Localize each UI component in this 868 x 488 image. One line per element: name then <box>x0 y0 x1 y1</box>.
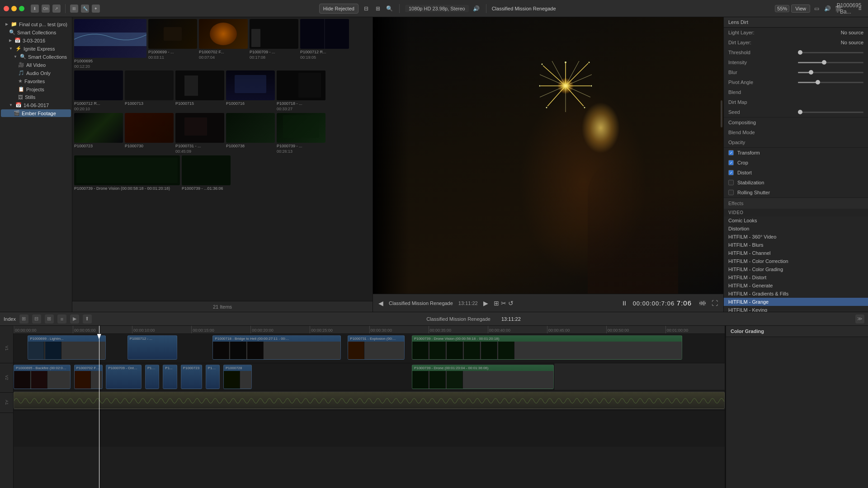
list-item[interactable]: P1000730 <box>125 113 174 154</box>
grid-icon[interactable]: ⊞ <box>70 5 78 13</box>
timeline-btn-2[interactable]: ⊟ <box>32 314 41 324</box>
list-item[interactable]: P1000695 00:12:20 <box>74 19 146 69</box>
table-row[interactable]: P1... <box>163 365 177 389</box>
grid-view-icon[interactable]: ⊞ <box>374 5 382 13</box>
effect-item-hitfilm-distort[interactable]: HITFILM - Distort <box>724 273 868 282</box>
scrollbar-thumb[interactable] <box>721 100 722 127</box>
rolling-shutter-checkbox[interactable] <box>728 190 734 195</box>
threshold-slider[interactable] <box>798 52 864 53</box>
sidebar-item-date-2016[interactable]: ▶ 📅 3-03-2016 <box>1 37 71 44</box>
table-row[interactable]: P1000718 - Bridge to Hell (00:00:27:11 -… <box>212 335 340 360</box>
crop-checkbox[interactable]: ✓ <box>728 160 734 165</box>
list-item[interactable]: P1000715 <box>175 70 224 111</box>
list-item[interactable]: P1000713 <box>125 70 174 111</box>
list-item[interactable]: P1000712 R... 00:20:10 <box>74 70 123 111</box>
tools-icon[interactable]: 🔧 <box>81 5 89 13</box>
play-pause-button[interactable]: ⏸ <box>621 300 627 307</box>
timeline-btn-3[interactable]: ⊞ <box>45 314 54 324</box>
dirt-layer-value[interactable]: No source <box>841 40 863 45</box>
sidebar-item-library[interactable]: ▶ 📁 Final cut p... test (pro) <box>1 20 71 28</box>
table-row[interactable]: P1000712 - ... <box>127 335 177 360</box>
effect-item-distortion[interactable]: Distortion <box>724 225 868 233</box>
sidebar-item-favorites[interactable]: ★ Favorites <box>1 77 71 85</box>
stabilization-checkbox[interactable] <box>728 180 734 185</box>
effect-item-hitfilm-360[interactable]: HITFILM - 360° Video <box>724 233 868 241</box>
table-row[interactable]: P1000695 - Backfire (00:02:07:04 - ... <box>14 365 71 389</box>
timeline-btn-4[interactable]: ≡ <box>57 314 66 324</box>
sidebar-item-projects[interactable]: 📋 Projects <box>1 85 71 93</box>
close-button[interactable] <box>4 6 9 11</box>
sidebar-item-ember-footage[interactable]: 🎬 Ember Footage <box>1 109 71 117</box>
table-row[interactable]: P1000739 - Drone Vision (00:00:58:18 - 0… <box>412 335 682 360</box>
panel2-icon[interactable]: 🔊 <box>823 4 832 13</box>
search-icon[interactable]: 🔍 <box>386 5 394 13</box>
list-item[interactable]: P1000712 R... 00:19:05 <box>300 19 349 69</box>
zoom-selector[interactable]: 55% <box>775 5 789 12</box>
list-item[interactable]: P1000718 - ... 00:33:27 <box>277 70 326 111</box>
intensity-slider[interactable] <box>798 62 864 63</box>
effect-item-hitfilm-gradients[interactable]: HITFILM - Gradients & Fills <box>724 290 868 298</box>
table-row[interactable]: P1000739 - Drone (00:01:23:04 - 00:01:36… <box>412 365 554 389</box>
cut-icon[interactable]: ✂ <box>501 300 506 307</box>
fullscreen-viewer-icon[interactable]: ⛶ <box>712 300 718 307</box>
seed-slider[interactable] <box>798 112 864 113</box>
table-row[interactable]: P1000709 - Onto Ledge <box>106 365 142 389</box>
sidebar-item-date-2017[interactable]: ▼ 📅 14-06-2017 <box>1 101 71 109</box>
light-layer-value[interactable]: No source <box>841 30 863 35</box>
timeline-btn-5[interactable]: ▶ <box>70 314 79 324</box>
nav-right-icon[interactable]: ▶ <box>483 300 488 307</box>
table-row[interactable]: P100... <box>206 365 220 389</box>
onyx-icon[interactable]: On <box>42 5 50 13</box>
timeline-btn-6[interactable]: ⬆ <box>83 314 92 324</box>
table-row[interactable]: P1000702 Fire Eye <box>74 365 103 389</box>
list-item[interactable]: P1000699 - ... 00:03:11 <box>148 19 197 69</box>
list-item[interactable]: P1000739 - Drone Vision (00:00:58:18 - 0… <box>74 155 180 191</box>
resize-icon[interactable]: ⊞ <box>494 300 499 307</box>
effect-item-hitfilm-generate[interactable]: HITFILM - Generate <box>724 282 868 290</box>
blur-slider[interactable] <box>798 72 864 73</box>
import-icon[interactable]: ⬇ <box>31 5 39 13</box>
sidebar-item-smart-coll2[interactable]: ▼ 🔍 Smart Collections <box>1 53 71 61</box>
loop-icon[interactable]: ↺ <box>508 300 514 307</box>
table-row[interactable]: P1000723 <box>181 365 202 389</box>
timeline-collapse-btn[interactable]: ≫ <box>855 314 864 324</box>
list-item[interactable]: P1000739 - ... 00:26:13 <box>277 113 326 154</box>
sidebar-item-ignite[interactable]: ▼ ⚡ Ignite Express <box>1 45 71 52</box>
speaker-icon[interactable]: 🔊 <box>472 5 481 13</box>
fullscreen-button[interactable] <box>19 6 24 11</box>
table-row[interactable]: P1000731 - Explosion (00:... <box>348 335 405 360</box>
list-item[interactable]: P1000731 - ... 00:45:09 <box>175 113 224 154</box>
effect-item-hitfilm-blur[interactable]: HITFILM - Blurs <box>724 241 868 249</box>
transform-checkbox[interactable]: ✓ <box>728 150 734 155</box>
table-row[interactable]: P1000728 <box>223 365 252 389</box>
table-row[interactable]: P100... <box>145 365 159 389</box>
list-item[interactable]: P1000739 - ...01:36:06 <box>182 155 231 191</box>
panel4-icon[interactable]: ≡ <box>855 4 864 13</box>
hide-rejected-button[interactable]: Hide Rejected <box>319 4 359 14</box>
effect-item-hitfilm-channel[interactable]: HITFILM - Channel <box>724 249 868 257</box>
timeline-btn-1[interactable]: ⊞ <box>19 314 28 324</box>
list-item[interactable]: P1000723 <box>74 113 123 154</box>
table-row[interactable] <box>14 392 725 409</box>
effect-item-hitfilm-color-grading[interactable]: HITFILM - Color Grading <box>724 265 868 273</box>
filter-icon[interactable]: ⊟ <box>362 5 370 13</box>
effects-icon[interactable]: ✦ <box>92 5 100 13</box>
sidebar-item-all-video[interactable]: 🎥 All Video <box>1 61 71 69</box>
distort-checkbox[interactable]: ✓ <box>728 170 734 175</box>
list-item[interactable]: P1000716 <box>226 70 275 111</box>
effect-item-comic-looks[interactable]: Comic Looks <box>724 216 868 225</box>
view-button[interactable]: View <box>791 5 810 13</box>
panel1-icon[interactable]: ▭ <box>812 4 821 13</box>
pivot-angle-slider[interactable] <box>798 82 864 83</box>
list-item[interactable]: P1000702 F... 00:07:04 <box>199 19 248 69</box>
list-item[interactable]: P1000738 <box>226 113 275 154</box>
effect-item-hitfilm-color-correction[interactable]: HITFILM - Color Correction <box>724 257 868 265</box>
share-icon[interactable]: ↗ <box>52 5 61 13</box>
sidebar-item-smart-collections-top[interactable]: 🔍 Smart Collections <box>1 28 71 36</box>
sidebar-item-stills[interactable]: 🖼 Stills <box>1 94 71 101</box>
list-item[interactable]: P1000709 - ... 00:17:08 <box>250 19 298 69</box>
effect-item-hitfilm-grange[interactable]: HITFILM - Grange <box>724 298 868 306</box>
effect-item-hitfilm-keying[interactable]: HITFILM - Keying <box>724 306 868 312</box>
minimize-button[interactable] <box>11 6 17 11</box>
table-row[interactable]: P1000699 - Lightm... <box>28 335 106 360</box>
